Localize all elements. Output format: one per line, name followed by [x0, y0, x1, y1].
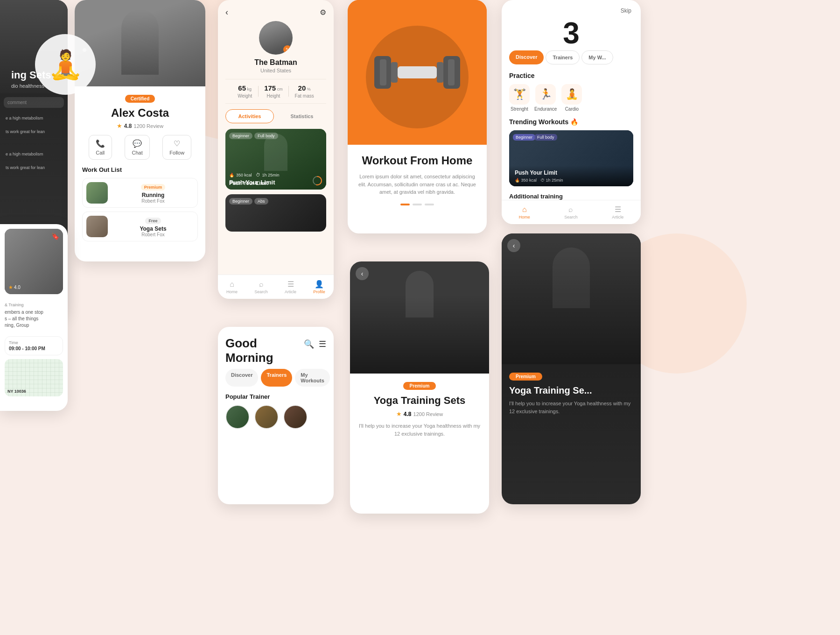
map-preview[interactable]: NY 10036 — [5, 359, 63, 396]
workout-name-yoga: Yoga Sets — [112, 226, 194, 232]
article-icon-app: ☰ — [615, 205, 621, 214]
height-label: Height — [264, 93, 283, 99]
trainer-avatar-1[interactable] — [225, 405, 250, 429]
trainer-avatar-2[interactable] — [254, 405, 279, 429]
star-icon-event: ★ — [8, 284, 13, 290]
rating-value: 4.8 — [124, 123, 132, 129]
fat-value: 20 — [298, 84, 306, 92]
cardio-icon: 🧘 — [561, 84, 582, 105]
trending-card-title: Push Your Limit — [515, 169, 628, 176]
popular-trainer-title: Popular Trainer — [225, 393, 326, 400]
tag-fullbody: Full body — [254, 133, 278, 139]
yoga-desc: I'll help you to increase your Yoga heal… — [357, 422, 482, 437]
workout-home-title: Workout From Home — [357, 154, 477, 167]
call-button[interactable]: 📞 Call — [89, 135, 112, 160]
stat-weight: 65 kg Weight — [238, 84, 252, 99]
tab-discover-app[interactable]: Discover — [509, 50, 544, 64]
stat-height: 175 cm Height — [264, 84, 283, 99]
premium-badge-yoga: Premium — [403, 382, 436, 390]
home-icon: ⌂ — [230, 280, 234, 289]
search-icon[interactable]: 🔍 — [304, 339, 314, 349]
tab-discover[interactable]: Discover — [225, 369, 258, 387]
workout-name-running: Running — [112, 192, 194, 198]
yoga-dark-title: Yoga Training Se... — [509, 385, 633, 396]
tab-my-workouts[interactable]: My Workouts — [295, 369, 330, 387]
workout-list-title: Work Out List — [82, 166, 198, 173]
tab-activities[interactable]: Activities — [225, 109, 274, 123]
yoga-emoji: 🧘 — [35, 34, 96, 95]
weight-value: 65 — [238, 84, 246, 92]
endurance-icon: 🏃 — [535, 84, 556, 105]
height-value: 175 — [264, 84, 276, 92]
chat-button[interactable]: 💬 Chat — [125, 135, 149, 160]
nav-article[interactable]: ☰ Article — [285, 280, 296, 294]
svg-rect-4 — [391, 62, 398, 83]
tab-trainers-app[interactable]: Trainers — [546, 50, 580, 64]
nav-home[interactable]: ⌂ Home — [226, 280, 238, 294]
dot-right — [83, 48, 86, 52]
strength-icon: 🏋️ — [509, 84, 530, 105]
nav-search[interactable]: ⌕ Search — [254, 280, 268, 294]
premium-badge-dark: Premium — [509, 373, 542, 381]
workout-item-yoga[interactable]: Free Yoga Sets Robert Fox — [82, 212, 198, 241]
activity-card-1[interactable]: Beginner Full body Push Your Limit Push … — [225, 129, 326, 190]
trending-workout-card[interactable]: Beginner Full body Push Your Limit 🔥 350… — [509, 130, 633, 186]
panel-yoga-training: ‹ Premium Yoga Training Sets ★ 4.8 1200 … — [350, 261, 489, 514]
follow-button[interactable]: ♡ Follow — [162, 135, 191, 160]
profile-icon: 👤 — [315, 280, 324, 289]
back-button[interactable]: ‹ — [225, 7, 228, 17]
practice-strength[interactable]: 🏋️ Strenght — [509, 84, 530, 112]
panel-good-morning: Good Morning 🔍 ☰ Discover Trainers My Wo… — [218, 327, 334, 504]
event-rating: 4.0 — [14, 285, 21, 290]
yoga-title: Yoga Training Sets — [357, 395, 482, 407]
kcal-meta: 🔥 350 kcal — [229, 172, 252, 177]
panel1-desc3: e a high metabolism — [0, 148, 68, 161]
chat-icon: 💬 — [133, 139, 142, 148]
panel1-comment: comment — [4, 97, 64, 108]
menu-icon[interactable]: ☰ — [319, 339, 326, 349]
trainer-avatar-3[interactable] — [283, 405, 308, 429]
tab-statistics[interactable]: Statistics — [278, 109, 326, 123]
beginner-badge: Beginner — [513, 134, 535, 141]
nav-article-app[interactable]: ☰ Article — [612, 205, 623, 219]
skip-button[interactable]: Skip — [502, 0, 641, 16]
panel-yoga-dark: ‹ Premium Yoga Training Se... I'll help … — [502, 233, 641, 504]
trending-time: ⏱ 1h 25min — [540, 178, 563, 183]
back-button-yoga[interactable]: ‹ — [356, 267, 369, 280]
nav-search-app[interactable]: ⌕ Search — [564, 205, 578, 219]
back-button-dark[interactable]: ‹ — [507, 239, 520, 252]
svg-rect-5 — [398, 66, 437, 78]
tab-my-w-app[interactable]: My W... — [581, 50, 613, 64]
dot-1 — [400, 204, 410, 205]
stat-fat: 20 % Fat mass — [295, 84, 314, 99]
practice-title: Practice — [509, 72, 633, 79]
edit-avatar-button[interactable]: ✎ — [283, 45, 292, 54]
panel1-desc1: e a high metabolism — [0, 112, 68, 125]
activity-card-2[interactable]: Beginner Abs — [225, 194, 326, 232]
heart-icon: ♡ — [174, 139, 180, 148]
article-icon: ☰ — [287, 280, 294, 289]
nav-home-app[interactable]: ⌂ Home — [519, 205, 530, 219]
nav-profile[interactable]: 👤 Profile — [313, 280, 325, 294]
event-desc3: ning, Group — [5, 322, 63, 329]
practice-cardio[interactable]: 🧘 Cardio — [561, 84, 582, 112]
trending-kcal: 🔥 350 kcal — [515, 178, 537, 183]
free-badge: Free — [145, 218, 161, 224]
bottom-navigation: ⌂ Home ⌕ Search ☰ Article 👤 Profile — [218, 275, 334, 299]
dot-2 — [413, 204, 422, 205]
tab-trainers[interactable]: Trainers — [261, 369, 292, 387]
search-icon: ⌕ — [259, 280, 264, 289]
panel-workout-home: Workout From Home Lorem ipsum dolor sit … — [348, 0, 487, 233]
panel1-desc4: ts work great for lean — [0, 161, 68, 175]
fullbody-badge: Full body — [534, 134, 557, 141]
svg-rect-8 — [448, 59, 455, 85]
event-desc2: s – all the things — [5, 316, 63, 322]
workout-item-running[interactable]: Premium Running Robert Fox — [82, 178, 198, 208]
bookmark-icon[interactable]: 🔖 — [51, 233, 59, 240]
practice-endurance[interactable]: 🏃 Endurance — [534, 84, 557, 112]
star-icon-yoga: ★ — [396, 410, 402, 417]
dumbbell-illustration — [366, 21, 469, 124]
trending-title: Trending Workouts 🔥 — [509, 118, 633, 126]
settings-icon[interactable]: ⚙ — [320, 8, 326, 17]
premium-badge: Premium — [141, 184, 166, 190]
